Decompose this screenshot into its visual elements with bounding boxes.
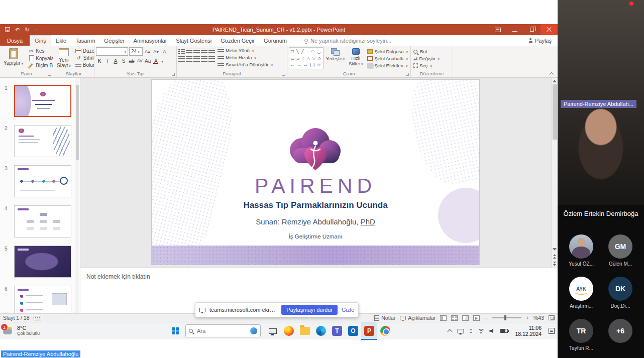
text-shadow-button[interactable]: S bbox=[120, 57, 127, 65]
slide-thumbnail-5[interactable] bbox=[14, 246, 71, 278]
underline-button[interactable]: A bbox=[112, 57, 119, 65]
zoom-in-button[interactable] bbox=[526, 315, 529, 321]
scroll-down-icon[interactable] bbox=[553, 248, 557, 251]
slide-sorter-view-button[interactable] bbox=[451, 315, 458, 321]
stop-presenting-button[interactable]: Paylaşmayı durdur bbox=[281, 305, 338, 315]
action-center-icon[interactable] bbox=[549, 328, 555, 334]
slide-thumbnail-2[interactable] bbox=[14, 125, 71, 157]
tab-insert[interactable]: Ekle bbox=[51, 35, 71, 46]
comments-toggle-button[interactable]: Açıklamalar bbox=[400, 315, 436, 321]
character-spacing-button[interactable]: AV bbox=[136, 57, 143, 65]
taskbar-firefox[interactable] bbox=[281, 322, 297, 340]
scrollbar-thumb[interactable] bbox=[553, 84, 557, 140]
dialog-launcher-icon[interactable] bbox=[48, 73, 51, 76]
previous-slide-button[interactable] bbox=[553, 253, 556, 260]
collapse-ribbon-button[interactable] bbox=[550, 71, 554, 75]
normal-view-button[interactable] bbox=[440, 315, 447, 321]
battery-icon[interactable] bbox=[500, 329, 508, 333]
taskbar-file-explorer[interactable] bbox=[297, 322, 313, 340]
tell-me-box[interactable]: Ne yapmak istediğinizi söyleyin... bbox=[300, 35, 395, 46]
slide-tagline[interactable]: Hassas Tıp Parmaklarınızın Ucunda bbox=[152, 200, 479, 210]
thumbnail-scrollbar[interactable] bbox=[75, 78, 79, 313]
taskbar-clock[interactable]: 11:06 18.12.2024 bbox=[513, 325, 544, 337]
justify-icon[interactable] bbox=[201, 56, 207, 62]
copy-button[interactable]: Kopyala bbox=[27, 55, 53, 62]
keyboard-language-icon[interactable] bbox=[34, 316, 41, 320]
font-color-button[interactable]: A bbox=[152, 57, 159, 65]
columns-icon[interactable] bbox=[208, 56, 215, 62]
slide-presenter-role[interactable]: İş Geliştirme Uzmanı bbox=[152, 233, 479, 240]
slide-thumbnail-1[interactable] bbox=[14, 85, 71, 117]
font-name-combo[interactable] bbox=[96, 47, 128, 56]
fit-slide-to-window-button[interactable] bbox=[549, 315, 555, 320]
minimize-button[interactable] bbox=[506, 24, 523, 35]
participant-avatar[interactable]: DK bbox=[608, 277, 632, 301]
decrease-indent-icon[interactable] bbox=[193, 49, 200, 54]
participant-avatar-logo[interactable]: AYK bbox=[569, 277, 593, 301]
numbering-icon[interactable] bbox=[186, 49, 192, 54]
notes-toggle-button[interactable]: Notlar bbox=[374, 315, 395, 321]
restore-button[interactable] bbox=[523, 24, 541, 35]
decrease-font-size-button[interactable]: A▾ bbox=[152, 47, 160, 56]
zoom-slider-thumb[interactable] bbox=[504, 315, 506, 320]
shapes-gallery[interactable]: ☐ ╲ ╱ ─ ◠ ◡ ▭ ▱ ○ △ ▽ ◇ ← → ↔ { } ☆ bbox=[289, 47, 324, 69]
taskbar-outlook[interactable]: O bbox=[345, 322, 361, 340]
convert-smartart-button[interactable]: SmartArt'a Dönüştür bbox=[217, 61, 274, 68]
close-button[interactable] bbox=[541, 24, 558, 35]
weather-widget[interactable]: 1 8°C Çok bulutlu bbox=[0, 322, 45, 339]
tab-review[interactable]: Gözden Geçir bbox=[216, 35, 259, 46]
zoom-out-button[interactable] bbox=[484, 315, 487, 321]
tab-file[interactable]: Dosya bbox=[0, 35, 30, 46]
arrange-button[interactable]: Yerleştir bbox=[325, 47, 345, 63]
quick-styles-button[interactable]: Hızlı Stiller bbox=[347, 47, 365, 68]
taskbar-edge[interactable] bbox=[313, 322, 329, 340]
increase-font-size-button[interactable]: A▴ bbox=[144, 47, 151, 56]
slide-brand-title[interactable]: PAIREND bbox=[152, 174, 479, 198]
text-direction-button[interactable]: Metin Yönü bbox=[217, 47, 274, 54]
slide-canvas[interactable]: PAIREND Hassas Tıp Parmaklarınızın Ucund… bbox=[152, 80, 479, 265]
taskbar-screen-share-app[interactable] bbox=[265, 322, 281, 340]
speaker-video-tile[interactable]: Pairend-Remziye Abdullah... bbox=[558, 0, 644, 205]
align-right-icon[interactable] bbox=[193, 56, 200, 62]
select-button[interactable]: Seç bbox=[412, 62, 451, 69]
ribbon-display-options-button[interactable] bbox=[489, 24, 506, 35]
bullets-icon[interactable] bbox=[178, 49, 185, 54]
slide-presenter-line[interactable]: Sunan: Remziye Abdullahoğlu, PhD bbox=[152, 217, 479, 226]
replace-button[interactable]: Değiştir bbox=[412, 55, 451, 62]
clear-formatting-button[interactable]: A bbox=[161, 47, 168, 56]
change-case-button[interactable]: Aa bbox=[144, 57, 151, 65]
italic-button[interactable]: T bbox=[104, 57, 111, 65]
participant-avatar-photo[interactable] bbox=[569, 234, 593, 259]
new-slide-button[interactable]: Yeni Slayt bbox=[55, 47, 73, 70]
format-painter-button[interactable]: Biçim Boyacısı bbox=[27, 62, 53, 69]
undo-button[interactable] bbox=[15, 27, 20, 33]
zoom-slider[interactable] bbox=[492, 317, 521, 318]
layout-button[interactable]: Düzen bbox=[74, 48, 94, 54]
save-button[interactable] bbox=[5, 27, 10, 32]
redo-button[interactable] bbox=[25, 27, 29, 33]
participant-avatar[interactable]: TR bbox=[569, 319, 593, 343]
find-button[interactable]: Bul bbox=[412, 48, 451, 55]
font-size-combo[interactable]: 24 bbox=[129, 47, 143, 56]
tab-transitions[interactable]: Geçişler bbox=[99, 35, 129, 46]
participant-overflow-count[interactable]: +6 bbox=[608, 319, 632, 343]
slideshow-view-button[interactable] bbox=[473, 315, 480, 321]
tab-home[interactable]: Giriş bbox=[30, 35, 51, 46]
slide-thumbnail-4[interactable] bbox=[14, 205, 71, 237]
hide-link[interactable]: Gizle bbox=[342, 307, 354, 313]
dialog-launcher-icon[interactable] bbox=[172, 73, 175, 76]
reading-view-button[interactable] bbox=[462, 315, 469, 321]
section-button[interactable]: Bölüm bbox=[74, 62, 94, 68]
align-text-button[interactable]: Metni Hizala bbox=[217, 54, 274, 61]
customize-qat-button[interactable] bbox=[34, 28, 37, 32]
slide-thumbnail-6[interactable] bbox=[14, 286, 71, 313]
next-slide-button[interactable] bbox=[553, 260, 556, 268]
tab-view[interactable]: Görünüm bbox=[259, 35, 291, 46]
volume-icon[interactable] bbox=[489, 328, 495, 333]
editor-scrollbar[interactable] bbox=[551, 78, 558, 268]
zoom-level[interactable]: %43 bbox=[533, 315, 544, 321]
align-left-icon[interactable] bbox=[178, 56, 185, 62]
shape-fill-button[interactable]: Şekil Dolgusu bbox=[366, 48, 409, 55]
reset-button[interactable]: Sıfırla bbox=[74, 55, 94, 61]
align-center-icon[interactable] bbox=[186, 56, 192, 62]
